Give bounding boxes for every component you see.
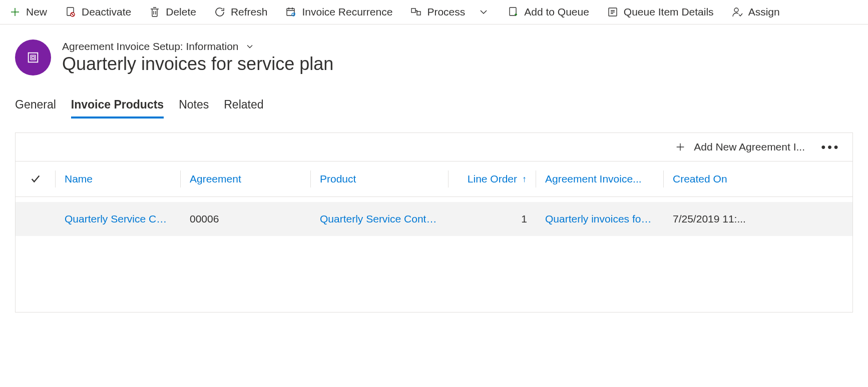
entity-header: Agreement Invoice Setup: Information Qua… <box>0 24 868 80</box>
new-button[interactable]: New <box>9 6 47 18</box>
tab-notes[interactable]: Notes <box>179 98 209 118</box>
cell-line-order: 1 <box>449 213 536 225</box>
svg-point-7 <box>734 8 738 12</box>
chevron-down-icon <box>478 6 490 18</box>
select-all-column[interactable] <box>16 170 56 188</box>
queue-details-icon <box>607 6 619 18</box>
entity-icon <box>15 40 51 76</box>
svg-rect-2 <box>287 8 294 16</box>
svg-rect-4 <box>417 12 420 15</box>
invoice-recurrence-label: Invoice Recurrence <box>302 6 392 18</box>
delete-button[interactable]: Delete <box>149 6 196 18</box>
assign-icon <box>731 6 743 18</box>
grid-header: Name Agreement Product Line Order ↑ Agre… <box>16 161 852 197</box>
tabs: General Invoice Products Notes Related <box>0 80 868 118</box>
deactivate-icon <box>65 6 77 18</box>
calendar-recurrence-icon <box>285 6 297 18</box>
process-label: Process <box>427 6 465 18</box>
add-to-queue-button[interactable]: Add to Queue <box>507 6 589 18</box>
queue-item-details-label: Queue Item Details <box>624 6 714 18</box>
trash-icon <box>149 6 161 18</box>
command-bar: New Deactivate Delete Refresh Invoice Re… <box>0 0 868 24</box>
invoice-recurrence-button[interactable]: Invoice Recurrence <box>285 6 392 18</box>
row-selector[interactable] <box>16 213 56 225</box>
assign-button[interactable]: Assign <box>731 6 780 18</box>
add-new-label: Add New Agreement I... <box>694 141 805 153</box>
refresh-icon <box>214 6 226 18</box>
refresh-label: Refresh <box>231 6 268 18</box>
add-to-queue-icon <box>507 6 519 18</box>
add-new-button[interactable]: Add New Agreement I... <box>675 141 805 153</box>
more-commands-button[interactable]: ●●● <box>821 142 840 152</box>
delete-label: Delete <box>166 6 196 18</box>
column-line-order[interactable]: Line Order ↑ <box>449 170 536 188</box>
column-agreement-invoice[interactable]: Agreement Invoice... <box>536 170 664 188</box>
column-name[interactable]: Name <box>56 170 181 188</box>
entity-glyph-icon <box>26 50 40 64</box>
plus-icon <box>675 142 686 152</box>
plus-icon <box>9 6 21 18</box>
cell-name[interactable]: Quarterly Service Contract. <box>56 213 181 225</box>
svg-rect-3 <box>411 8 415 12</box>
grid-toolbar: Add New Agreement I... ●●● <box>16 133 852 161</box>
refresh-button[interactable]: Refresh <box>214 6 268 18</box>
deactivate-button[interactable]: Deactivate <box>65 6 131 18</box>
cell-product[interactable]: Quarterly Service Contract. <box>311 213 449 225</box>
assign-label: Assign <box>748 6 780 18</box>
process-icon <box>410 6 422 18</box>
subgrid: Add New Agreement I... ●●● Name Agreemen… <box>15 132 853 312</box>
sort-ascending-icon: ↑ <box>522 174 527 184</box>
tab-invoice-products[interactable]: Invoice Products <box>71 98 164 118</box>
table-row[interactable]: Quarterly Service Contract. 00006 Quarte… <box>16 202 852 236</box>
process-button[interactable]: Process <box>410 6 465 18</box>
cell-agreement: 00006 <box>181 213 311 225</box>
entity-name: Quarterly invoices for service plan <box>62 54 333 74</box>
entity-type-row[interactable]: Agreement Invoice Setup: Information <box>62 40 333 52</box>
column-product[interactable]: Product <box>311 170 449 188</box>
tab-related[interactable]: Related <box>224 98 263 118</box>
entity-titles: Agreement Invoice Setup: Information Qua… <box>62 40 333 74</box>
checkmark-icon <box>30 174 41 184</box>
tab-general[interactable]: General <box>15 98 56 118</box>
column-created-on[interactable]: Created On <box>664 170 852 188</box>
column-agreement[interactable]: Agreement <box>181 170 311 188</box>
process-dropdown[interactable] <box>478 6 490 18</box>
new-label: New <box>26 6 47 18</box>
deactivate-label: Deactivate <box>82 6 131 18</box>
queue-item-details-button[interactable]: Queue Item Details <box>607 6 714 18</box>
cell-agreement-invoice[interactable]: Quarterly invoices for servi <box>536 213 664 225</box>
chevron-down-icon <box>245 42 255 52</box>
cell-created-on: 7/25/2019 11:... <box>664 213 852 225</box>
svg-rect-8 <box>29 53 38 62</box>
entity-type-label: Agreement Invoice Setup: Information <box>62 40 239 52</box>
add-to-queue-label: Add to Queue <box>524 6 589 18</box>
